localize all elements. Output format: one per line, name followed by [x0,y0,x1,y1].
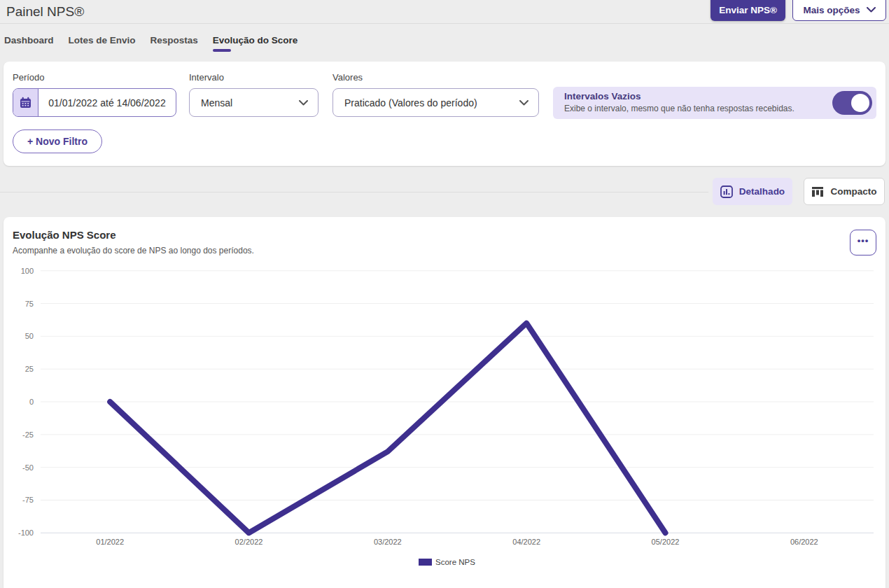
chart-subtitle: Acompanhe a evolução do score de NPS ao … [13,246,254,255]
detalhado-button[interactable]: Detalhado [713,178,792,205]
intervalos-vazios-description: Exibe o intervalo, mesmo que não tenha r… [564,104,794,113]
header-divider [0,23,889,24]
valores-label: Valores [332,72,363,83]
chevron-down-icon [519,100,528,106]
svg-text:06/2022: 06/2022 [790,538,818,546]
chevron-down-icon [299,100,308,106]
periodo-label: Período [13,72,45,83]
calendar-icon[interactable] [13,89,38,116]
toggle-knob [851,94,869,112]
compacto-label: Compacto [830,186,876,197]
svg-text:Score NPS: Score NPS [435,558,475,566]
filter-card: Período 01/01/2022 até 14/06/2022 Interv… [4,62,886,166]
valores-value: Praticado (Valores do período) [344,97,519,108]
valores-select[interactable]: Praticado (Valores do período) [332,88,539,117]
mais-opcoes-label: Mais opções [803,5,860,15]
svg-text:0: 0 [29,398,34,406]
svg-text:-25: -25 [22,430,34,439]
nps-line-chart: 1007550250-25-50-75-10001/202202/202203/… [4,266,886,581]
intervalo-label: Intervalo [189,72,224,83]
chart-card: Evolução NPS Score Acompanhe a evolução … [4,217,886,588]
svg-text:03/2022: 03/2022 [374,538,402,546]
svg-text:01/2022: 01/2022 [96,538,124,546]
columns-icon [811,186,824,198]
svg-text:-75: -75 [22,496,34,504]
svg-text:04/2022: 04/2022 [512,538,540,546]
periodo-date-field[interactable]: 01/01/2022 até 14/06/2022 [13,88,176,117]
svg-text:-50: -50 [22,463,34,472]
tab-lotes-de-envio[interactable]: Lotes de Envio [69,35,136,52]
intervalos-vazios-toggle[interactable] [832,91,872,115]
chart-title: Evolução NPS Score [13,229,116,241]
compacto-button[interactable]: Compacto [804,178,885,205]
intervalos-vazios-title: Intervalos Vazios [564,91,641,102]
periodo-value: 01/01/2022 até 14/06/2022 [38,89,176,116]
svg-text:-100: -100 [18,528,34,537]
svg-text:02/2022: 02/2022 [235,538,263,546]
tab-dashboard[interactable]: Dashboard [4,35,54,52]
intervalo-select[interactable]: Mensal [189,88,318,117]
svg-text:25: 25 [25,365,34,373]
bar-chart-icon [720,186,733,198]
enviar-nps-button[interactable]: Enviar NPS® [710,0,785,21]
svg-text:75: 75 [25,300,34,308]
svg-text:50: 50 [25,332,34,340]
tab-evolucao-do-score[interactable]: Evolução do Score [213,35,298,52]
svg-text:05/2022: 05/2022 [652,538,680,546]
section-divider [0,192,708,192]
page-title: Painel NPS® [6,4,84,20]
detalhado-label: Detalhado [739,186,785,197]
mais-opcoes-button[interactable]: Mais opções [792,0,886,21]
ellipsis-icon: ••• [858,235,869,246]
novo-filtro-button[interactable]: + Novo Filtro [13,130,102,153]
chevron-down-icon [867,7,876,13]
tab-bar: Dashboard Lotes de Envio Respostas Evolu… [4,35,298,52]
chart-options-button[interactable]: ••• [850,230,876,255]
svg-text:100: 100 [21,267,34,275]
intervalos-vazios-panel: Intervalos Vazios Exibe o intervalo, mes… [553,87,876,119]
intervalo-value: Mensal [201,97,299,108]
tab-respostas[interactable]: Respostas [150,35,198,52]
